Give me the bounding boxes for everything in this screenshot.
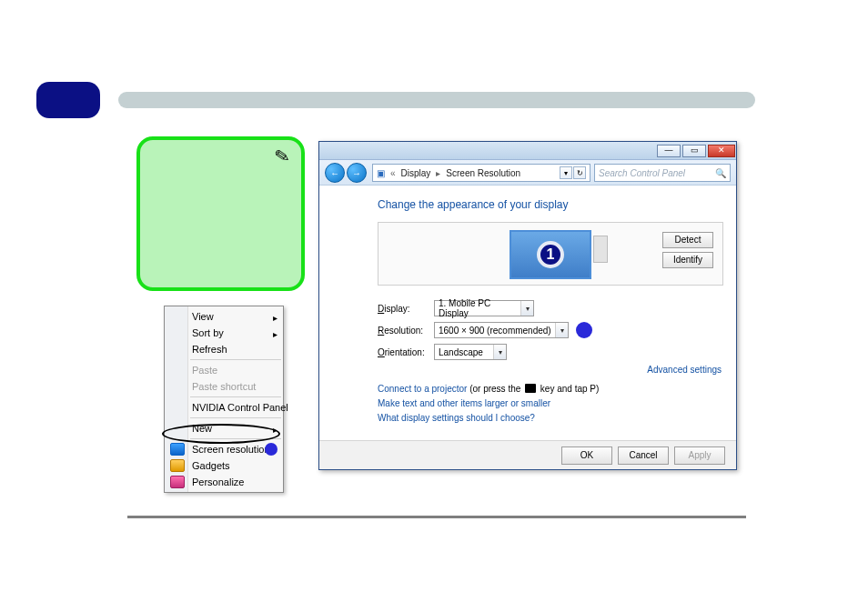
search-icon: 🔍: [715, 168, 726, 178]
orientation-value: Landscape: [439, 347, 483, 357]
connect-projector-link[interactable]: Connect to a projector: [378, 384, 467, 394]
text-size-link[interactable]: Make text and other items larger or smal…: [378, 398, 550, 408]
display-dropdown[interactable]: 1. Mobile PC Display ▾: [434, 300, 534, 316]
display-preview: 1 Detect Identify: [378, 222, 723, 286]
submenu-arrow-icon: ▸: [273, 422, 278, 438]
ctx-label: Refresh: [192, 344, 227, 355]
ctx-item-sort[interactable]: Sort by▸: [165, 325, 283, 341]
callout-dot: [265, 443, 278, 456]
maximize-button[interactable]: ▭: [682, 145, 706, 157]
ctx-label: New: [192, 423, 212, 434]
breadcrumb-display[interactable]: Display: [401, 168, 431, 178]
ctx-item-gadgets[interactable]: Gadgets: [165, 457, 283, 474]
identify-button[interactable]: Identify: [662, 252, 713, 268]
hints-block: Connect to a projector (or press the key…: [378, 382, 723, 426]
nav-forward-button[interactable]: →: [347, 163, 367, 183]
ctx-separator: [190, 396, 281, 397]
monitor-icon: [170, 443, 185, 456]
chevron-right-icon: ▸: [436, 168, 440, 178]
projector-tail-b: key and tap P): [538, 384, 599, 394]
window-footer: OK Cancel Apply: [319, 440, 736, 469]
header-bar: [118, 92, 755, 108]
ctx-label: Screen resolution: [192, 444, 270, 455]
screen-resolution-window: — ▭ ✕ ← → ▣ « Display ▸ Screen Resolutio…: [318, 141, 737, 470]
search-placeholder: Search Control Panel: [599, 168, 685, 178]
header-pill: [36, 82, 100, 118]
ctx-label: Paste: [192, 365, 217, 376]
chevron-down-icon: ▾: [493, 345, 506, 359]
ctx-separator: [190, 417, 281, 418]
ctx-item-new[interactable]: New▸: [165, 420, 283, 436]
windows-key-icon: [525, 384, 536, 393]
resolution-row: Resolution: 1600 × 900 (recommended) ▾: [378, 320, 723, 340]
page-heading: Change the appearance of your display: [378, 198, 723, 211]
ctx-label: Sort by: [192, 327, 224, 338]
breadcrumb-dropdown-button[interactable]: ▾: [560, 166, 572, 179]
ctx-item-personalize[interactable]: Personalize: [165, 474, 283, 490]
address-bar: ← → ▣ « Display ▸ Screen Resolution ▾ ↻ …: [319, 160, 736, 186]
ctx-label: Paste shortcut: [192, 381, 256, 392]
nav-back-button[interactable]: ←: [325, 163, 345, 183]
breadcrumb-bar[interactable]: ▣ « Display ▸ Screen Resolution ▾ ↻: [372, 164, 590, 182]
cancel-button[interactable]: Cancel: [618, 446, 669, 465]
projector-tail-a: (or press the: [467, 384, 523, 394]
ctx-item-paste: Paste: [165, 362, 283, 378]
window-body: Change the appearance of your display 1 …: [319, 186, 736, 440]
resolution-dropdown[interactable]: 1600 × 900 (recommended) ▾: [434, 322, 569, 338]
monitor-thumbnail[interactable]: 1: [510, 230, 591, 279]
ctx-label: View: [192, 311, 214, 322]
titlebar[interactable]: — ▭ ✕: [319, 142, 736, 160]
chevron-down-icon: ▾: [555, 323, 568, 337]
desktop-context-menu: View▸ Sort by▸ Refresh Paste Paste short…: [164, 306, 284, 493]
ctx-item-screen-resolution[interactable]: Screen resolution: [165, 441, 283, 457]
search-input[interactable]: Search Control Panel 🔍: [594, 164, 731, 182]
maximize-icon: ▭: [691, 146, 699, 155]
page-rule: [127, 516, 746, 518]
monitor-number-badge: 1: [537, 241, 564, 268]
ctx-item-refresh[interactable]: Refresh: [165, 341, 283, 357]
page-header: [36, 82, 755, 118]
ctx-item-view[interactable]: View▸: [165, 308, 283, 325]
orientation-row: Orientation: Landscape ▾: [378, 342, 723, 362]
orientation-label: Orientation:: [378, 347, 434, 357]
display-value: 1. Mobile PC Display: [439, 298, 519, 318]
resolution-value: 1600 × 900 (recommended): [439, 326, 551, 336]
secondary-monitor-thumbnail: [593, 236, 608, 263]
ctx-separator: [190, 359, 281, 360]
display-row: Display: 1. Mobile PC Display ▾: [378, 298, 723, 318]
back-arrow-icon: ←: [330, 168, 339, 178]
breadcrumb-refresh-button[interactable]: ↻: [573, 166, 586, 179]
ctx-label: Personalize: [192, 477, 244, 487]
resolution-label: Resolution:: [378, 326, 434, 336]
note-box: ✎: [136, 136, 305, 291]
chevron-down-icon: ▾: [520, 301, 533, 316]
breadcrumb-screen-resolution[interactable]: Screen Resolution: [446, 168, 520, 178]
breadcrumb-prefix: «: [390, 168, 396, 178]
callout-dot: [576, 322, 592, 338]
minimize-icon: —: [665, 146, 673, 155]
ctx-label: Gadgets: [192, 460, 230, 471]
orientation-dropdown[interactable]: Landscape ▾: [434, 344, 507, 360]
ctx-item-paste-shortcut: Paste shortcut: [165, 378, 283, 395]
display-label: Display:: [378, 304, 434, 314]
ctx-separator: [190, 438, 281, 439]
pencil-icon: ✎: [273, 145, 292, 169]
close-button[interactable]: ✕: [708, 145, 735, 157]
ok-button[interactable]: OK: [561, 446, 612, 465]
control-panel-icon: ▣: [377, 168, 385, 178]
apply-button: Apply: [674, 446, 725, 465]
gadgets-icon: [170, 459, 185, 472]
detect-button[interactable]: Detect: [662, 232, 713, 248]
minimize-button[interactable]: —: [657, 145, 681, 157]
close-icon: ✕: [718, 146, 725, 155]
personalize-icon: [170, 476, 185, 488]
ctx-item-nvidia[interactable]: NVIDIA Control Panel: [165, 399, 283, 416]
what-settings-link[interactable]: What display settings should I choose?: [378, 413, 535, 423]
ctx-label: NVIDIA Control Panel: [192, 402, 288, 413]
forward-arrow-icon: →: [352, 168, 361, 178]
advanced-settings-link[interactable]: Advanced settings: [647, 365, 722, 375]
